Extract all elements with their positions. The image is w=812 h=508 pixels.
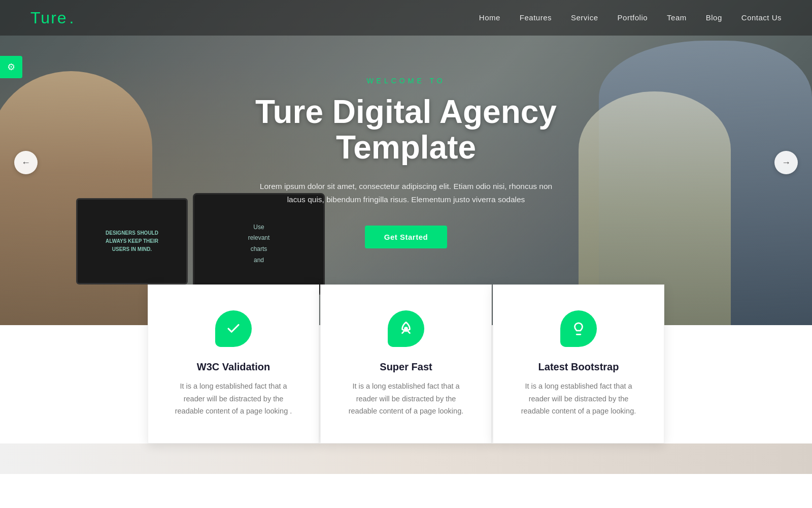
arrow-left-icon: ← bbox=[21, 157, 30, 168]
card-desc-bootstrap: It is a long established fact that a rea… bbox=[514, 380, 644, 418]
checkmark-icon bbox=[226, 321, 241, 336]
nav-link-blog[interactable]: Blog bbox=[706, 13, 722, 22]
bottom-strip bbox=[0, 443, 812, 474]
brand-name: Ture bbox=[30, 9, 67, 27]
nav-menu: Home Features Service Portfolio Team Blo… bbox=[479, 13, 782, 22]
hero-section: DESIGNERS SHOULDALWAYS KEEP THEIRUSERS I… bbox=[0, 0, 812, 325]
arrow-right-button[interactable]: → bbox=[774, 151, 798, 174]
cards-section: W3C Validation It is a long established … bbox=[0, 284, 812, 443]
gear-icon: ⚙ bbox=[7, 61, 15, 73]
nav-item-team[interactable]: Team bbox=[667, 13, 687, 22]
card-icon-bootstrap bbox=[560, 310, 597, 347]
card-icon-fast bbox=[388, 310, 424, 347]
settings-button[interactable]: ⚙ bbox=[0, 56, 22, 78]
card-desc-w3c: It is a long established fact that a rea… bbox=[168, 380, 298, 418]
rocket-icon bbox=[398, 321, 414, 336]
svg-point-0 bbox=[405, 328, 408, 330]
hero-subtitle: WELCOME TO bbox=[223, 77, 589, 85]
nav-link-service[interactable]: Service bbox=[571, 13, 598, 22]
get-started-button[interactable]: Get Started bbox=[365, 226, 447, 248]
navbar: Ture. Home Features Service Portfolio Te… bbox=[0, 0, 812, 36]
card-title-w3c: W3C Validation bbox=[168, 361, 298, 373]
monitor-left: DESIGNERS SHOULDALWAYS KEEP THEIRUSERS I… bbox=[76, 198, 188, 284]
card-bootstrap: Latest Bootstrap It is a long establishe… bbox=[493, 284, 664, 443]
nav-link-features[interactable]: Features bbox=[520, 13, 552, 22]
bulb-icon bbox=[571, 321, 586, 336]
card-w3c: W3C Validation It is a long established … bbox=[148, 284, 319, 443]
card-title-fast: Super Fast bbox=[341, 361, 471, 373]
nav-link-contact[interactable]: Contact Us bbox=[741, 13, 782, 22]
nav-item-service[interactable]: Service bbox=[571, 13, 598, 22]
nav-item-features[interactable]: Features bbox=[520, 13, 552, 22]
brand-logo: Ture. bbox=[30, 9, 75, 27]
hero-title: Ture Digital Agency Template bbox=[223, 94, 589, 166]
nav-item-portfolio[interactable]: Portfolio bbox=[618, 13, 648, 22]
hero-content: WELCOME TO Ture Digital Agency Template … bbox=[223, 77, 589, 248]
nav-link-home[interactable]: Home bbox=[479, 13, 500, 22]
card-fast: Super Fast It is a long established fact… bbox=[320, 284, 492, 443]
card-desc-fast: It is a long established fact that a rea… bbox=[341, 380, 471, 418]
card-title-bootstrap: Latest Bootstrap bbox=[514, 361, 644, 373]
nav-link-portfolio[interactable]: Portfolio bbox=[618, 13, 648, 22]
nav-item-home[interactable]: Home bbox=[479, 13, 500, 22]
brand-dot: . bbox=[70, 9, 75, 27]
nav-link-team[interactable]: Team bbox=[667, 13, 687, 22]
hero-description: Lorem ipsum dolor sit amet, consectetur … bbox=[259, 180, 553, 207]
nav-item-contact[interactable]: Contact Us bbox=[741, 13, 782, 22]
card-icon-w3c bbox=[215, 310, 252, 347]
arrow-left-button[interactable]: ← bbox=[14, 151, 38, 174]
nav-item-blog[interactable]: Blog bbox=[706, 13, 722, 22]
arrow-right-icon: → bbox=[782, 157, 791, 168]
